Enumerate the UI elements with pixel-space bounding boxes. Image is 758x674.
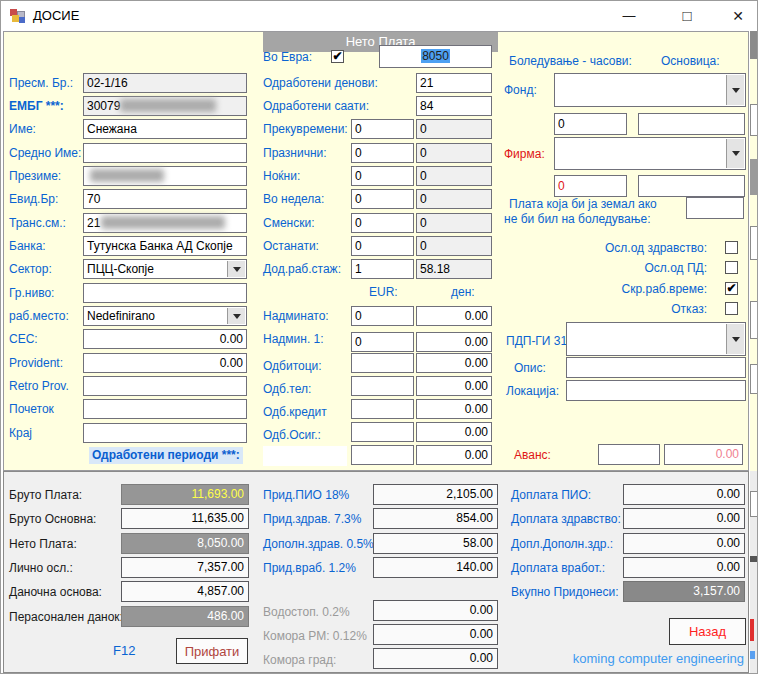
odb-kredit-field-2[interactable]: 0.00 [416,399,492,419]
odb-osig-field-2[interactable]: 0.00 [416,422,492,442]
ostanati-field-1[interactable]: 0 [351,236,414,256]
rab-mesto-label: раб.место: [9,306,69,326]
neto-plata-label: Нето Плата: [9,534,77,554]
doplata-zdravstvo-value: 0.00 [623,508,745,529]
background-window-sliver-segment [750,556,758,562]
odb-osig-field-1[interactable] [351,422,414,442]
accept-button[interactable]: Прифати [176,638,248,664]
avans-field-1[interactable] [598,444,660,465]
extra-row-field-1[interactable] [351,445,414,465]
provident-field[interactable]: 0.00 [83,353,247,373]
maximize-button[interactable]: □ [666,1,708,31]
dod-rab-stazh-field-2[interactable]: 58.18 [416,259,492,279]
skr-rab-vreme-checkbox[interactable]: ✔ [725,282,738,295]
firma-osnovica-field[interactable] [638,175,745,197]
prekuvremeni-field-1[interactable]: 0 [351,119,414,139]
fond-osnovica-field[interactable] [638,113,745,135]
sredno-ime-field[interactable] [83,143,247,163]
plata-note-field[interactable] [686,197,744,219]
back-button[interactable]: Назад [669,618,746,645]
prekuvremeni-field-2[interactable]: 0 [416,119,492,139]
odbitoci-field-1[interactable] [351,353,414,373]
app-icon-blue-square [19,17,25,23]
embg-label: ЕМБГ ***: [9,96,64,116]
minimize-button[interactable]: — [608,1,650,31]
fond-dropdown[interactable] [554,73,746,107]
plata-note-line2: не би бил на боледување: [504,212,650,227]
praznichni-field-2[interactable]: 0 [416,143,492,163]
sektor-value: ПЦЦ-Скопје [87,261,226,278]
lokacija-field[interactable] [566,380,746,401]
danochna-osnova-label: Даночна основа: [9,582,102,602]
window-title: ДОСИЕ [33,8,79,23]
vo-nedela-field-2[interactable]: 0 [416,189,492,209]
eur-column-header: EUR: [369,282,398,302]
evid-br-field[interactable]: 70 [83,189,247,209]
extra-row-field-2[interactable]: 0.00 [416,445,492,465]
rab-mesto-value: Nedefinirano [87,308,226,325]
otkaz-checkbox[interactable] [725,302,738,315]
nadminato-field-1[interactable]: 0 [351,306,414,326]
smenski-field-1[interactable]: 0 [351,213,414,233]
provident-label: Provident: [9,353,63,373]
dod-rab-stazh-field-1[interactable]: 1 [351,259,414,279]
odb-tel-field-2[interactable]: 0.00 [416,376,492,396]
presm-br-field[interactable]: 02-1/16 [83,73,247,93]
firma-dropdown-arrow-icon[interactable] [726,139,744,168]
ostanati-field-2[interactable]: 0 [416,236,492,256]
odraboteni-saati-label: Одработени саати: [263,96,369,116]
opis-field[interactable] [566,357,746,378]
boleduvanje-chasovi-label: Боледување - часови: [509,51,632,71]
ses-label: СЕС: [9,329,38,349]
sektor-dropdown[interactable]: ПЦЦ-Скопје [83,259,247,279]
close-button[interactable]: ✕ [717,1,758,31]
firma-hours-field[interactable]: 0 [554,175,627,197]
komora-rm-value: 0.00 [373,624,498,645]
fond-dropdown-arrow-icon[interactable] [726,75,744,105]
odb-kredit-field-1[interactable] [351,399,414,419]
odraboteni-denovi-field[interactable]: 21 [416,73,492,93]
vo-nedela-label: Во недела: [263,189,324,209]
praznichni-field-1[interactable]: 0 [351,143,414,163]
vo-nedela-field-1[interactable]: 0 [351,189,414,209]
odbitoci-field-2[interactable]: 0.00 [416,353,492,373]
background-window-sliver-segment [750,159,758,195]
vo-evra-checkbox[interactable]: ✔ [331,50,344,63]
pdp-gi-31-label: ПДП-ГИ 31: [506,331,571,351]
osl-pd-checkbox[interactable] [725,261,738,274]
vkupno-pridonesi-label: Вкупно Придонеси: [511,582,619,602]
odb-tel-field-1[interactable] [351,376,414,396]
osl-zdravstvo-checkbox[interactable] [725,241,738,254]
title-bar: ДОСИЕ — □ ✕ [1,1,757,31]
rab-mesto-dropdown[interactable]: Nedefinirano [83,306,247,326]
ostanati-label: Останати: [263,236,319,256]
nadmin-1-field-1[interactable]: 0 [351,332,414,352]
nokni-field-2[interactable]: 0 [416,166,492,186]
nadmin-1-field-2[interactable]: 0.00 [416,332,492,352]
kraj-field[interactable] [83,423,247,443]
vo-evra-field[interactable]: 8050 [379,45,492,68]
nokni-field-1[interactable]: 0 [351,166,414,186]
nadminato-field-2[interactable]: 0.00 [416,306,492,326]
dod-rab-stazh-label: Дод.раб.стаж: [263,259,341,279]
retro-prov-field[interactable] [83,376,247,396]
ime-field[interactable]: Снежана [83,119,247,139]
odb-kredit-label: Одб.кредит [263,402,327,422]
sektor-dropdown-arrow-icon[interactable] [227,261,245,277]
avans-field-2[interactable]: 0.00 [664,444,743,465]
doplata-pio-value: 0.00 [623,484,745,505]
pdp-gi-31-dropdown[interactable] [566,322,746,356]
gr-nivo-field[interactable] [83,283,247,303]
pochetok-field[interactable] [83,399,247,419]
fond-hours-field[interactable]: 0 [554,113,627,135]
vo-evra-label: Во Евра: [263,47,312,67]
ses-field[interactable]: 0.00 [83,329,247,349]
banka-field[interactable]: Тутунска Банка АД Скопје [83,236,247,256]
firma-dropdown[interactable] [554,137,746,170]
rab-mesto-dropdown-arrow-icon[interactable] [227,308,245,324]
smenski-field-2[interactable]: 0 [416,213,492,233]
prid-vrab-label: Прид.враб. 1.2% [263,558,356,578]
doplata-zdravstvo-label: Доплата здравство: [511,509,621,529]
odraboteni-saati-field[interactable]: 84 [416,96,492,116]
pdp-gi-31-dropdown-arrow-icon[interactable] [726,324,744,354]
